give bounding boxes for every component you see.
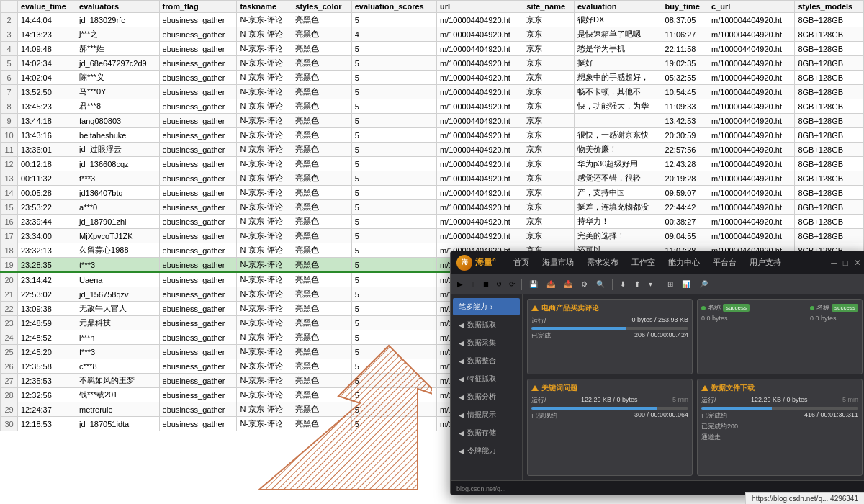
table-row[interactable]: 314:13:23j***之ebusiness_gatherN-京东-评论亮黑色…: [1, 27, 864, 42]
cell-taskname: N-京东-评论: [237, 13, 292, 27]
status-value-right: 0.0 bytes: [810, 315, 858, 322]
table-row[interactable]: 214:44:04jd_183029rfcebusiness_gatherN-京…: [1, 13, 864, 27]
sidebar-item-data-analysis[interactable]: ◀ 数据分析: [453, 388, 520, 405]
cell-evaluators: 久留蒜心1988: [76, 243, 160, 258]
sidebar-item-intel-display[interactable]: ◀ 情报展示: [453, 406, 520, 423]
row-number: 2: [1, 13, 18, 27]
cell-c_url: m/100004404920.ht: [708, 157, 795, 171]
cell-site_name: 京东: [523, 128, 575, 143]
col-header-evaluators: evaluators: [76, 1, 160, 13]
toolbar-btn-chart[interactable]: 📊: [679, 279, 693, 289]
table-row[interactable]: 614:02:04陈***义ebusiness_gatherN-京东-评论亮黑色…: [1, 71, 864, 85]
toolbar-btn-filter[interactable]: 🔍: [593, 279, 608, 289]
card-metric-value-1a: 0 bytes / 253.93 KB: [631, 316, 688, 325]
cell-evalue_time: 00:12:18: [18, 157, 76, 171]
sidebar-item-data-merge[interactable]: ◀ 数据整合: [453, 352, 520, 369]
toolbar-icon-2[interactable]: ⏸: [468, 279, 478, 289]
table-row[interactable]: 913:44:18fang080803ebusiness_gatherN-京东-…: [1, 114, 864, 128]
cell-evalue_time: 22:53:02: [18, 287, 76, 302]
cell-evalue_time: 13:44:18: [18, 114, 76, 128]
card-row-4c: 已完成约200: [701, 422, 858, 431]
sidebar-item-data-store[interactable]: ◀ 数据存储: [453, 424, 520, 441]
table-row[interactable]: 514:02:34jd_68e647297c2d9ebusiness_gathe…: [1, 56, 864, 71]
card-row-4b: 已完成约 416 / 00:01:30.311: [701, 411, 858, 420]
close-icon[interactable]: ✕: [854, 258, 861, 268]
cell-site_name: 京东: [523, 143, 575, 157]
table-row[interactable]: 1300:11:32t***3ebusiness_gatherN-京东-评论亮黑…: [1, 171, 864, 186]
toolbar-btn-settings[interactable]: ⚙: [578, 279, 590, 289]
toolbar-btn-download[interactable]: ⬇: [617, 279, 629, 289]
toolbar-btn-grid[interactable]: ⊞: [665, 279, 676, 289]
row-number: 16: [1, 215, 18, 229]
cell-evaluators: c***8: [76, 359, 160, 374]
table-row[interactable]: 1623:39:44jd_187901zhlebusiness_gatherN-…: [1, 215, 864, 229]
toolbar-icon-4[interactable]: ↺: [494, 279, 504, 289]
table-row[interactable]: 1013:43:16beitaheshukeebusiness_gatherN-…: [1, 128, 864, 143]
cell-taskname: N-京东-评论: [237, 243, 292, 258]
cell-evaluators: jd136407btq: [76, 186, 160, 200]
sidebar-item-data-collect[interactable]: ◀ 数据采集: [453, 334, 520, 351]
card-metric-time-4: 5 min: [842, 396, 858, 405]
nav-market[interactable]: 海量市场: [539, 256, 577, 269]
table-row[interactable]: 1200:12:18jd_136608cqzebusiness_gatherN-…: [1, 157, 864, 171]
cell-evaluation_scores: 5: [351, 229, 436, 243]
table-row[interactable]: 414:09:48郝***姓ebusiness_gatherN-京东-评论亮黑色…: [1, 42, 864, 56]
toolbar-btn-import[interactable]: 📥: [561, 279, 575, 289]
nav-home[interactable]: 首页: [510, 256, 532, 269]
cell-taskname: N-京东-评论: [237, 143, 292, 157]
toolbar-icon-3[interactable]: ⏹: [481, 279, 491, 289]
progress-fill-1: [531, 327, 626, 330]
toolbar-icon-1[interactable]: ▶: [455, 279, 465, 289]
cell-styles_models: 8GB+128GB: [795, 157, 864, 171]
row-number: 6: [1, 71, 18, 85]
cell-styles_color: 亮黑色: [292, 71, 351, 85]
toolbar-btn-search-small[interactable]: 🔎: [696, 279, 711, 289]
card-row-1b: 已完成 206 / 00:00:00.424: [531, 331, 688, 341]
nav-capability[interactable]: 能力中心: [665, 256, 703, 269]
table-row[interactable]: 1723:34:00MjXpvcoTJ1ZKebusiness_gatherN-…: [1, 229, 864, 243]
toolbar-btn-save[interactable]: 💾: [526, 279, 541, 289]
table-row[interactable]: 1523:53:22a***0ebusiness_gatherN-京东-评论亮黑…: [1, 200, 864, 215]
toolbar-btn-export[interactable]: 📤: [544, 279, 558, 289]
sidebar-item-data-scrape[interactable]: ◀ 数据抓取: [453, 316, 520, 333]
card-row-4d: 通道走: [701, 433, 858, 442]
nav-platform[interactable]: 平台台: [710, 256, 739, 269]
cell-from_flag: ebusiness_gather: [159, 272, 237, 287]
cell-url: m/100004404920.ht: [436, 171, 523, 186]
cell-c_url: m/100004404920.ht: [708, 13, 795, 27]
cell-evaluation: 畅不卡顿，其他不: [575, 85, 662, 99]
toolbar-btn-more[interactable]: ▾: [646, 279, 655, 289]
nav-workshop[interactable]: 工作室: [629, 256, 658, 269]
sidebar-item-feature-grab[interactable]: ◀ 特征抓取: [453, 370, 520, 387]
cell-evaluators: jd_187901zhl: [76, 215, 160, 229]
logo-icon: 海: [456, 255, 472, 271]
cell-evaluation_scores: 5: [351, 243, 436, 258]
card-row-3a: 运行/ 122.29 KB / 0 bytes 5 min: [531, 396, 688, 405]
table-row[interactable]: 713:52:50马***0Yebusiness_gatherN-京东-评论亮黑…: [1, 85, 864, 99]
cell-taskname: N-京东-评论: [237, 85, 292, 99]
table-row[interactable]: 813:45:23君***8ebusiness_gatherN-京东-评论亮黑色…: [1, 99, 864, 114]
cell-styles_models: 8GB+128GB: [795, 229, 864, 243]
toolbar-icon-5[interactable]: ⟳: [507, 279, 517, 289]
card-metric-label-3b: 已提现约: [531, 411, 557, 420]
row-number: 19: [1, 258, 18, 273]
cell-from_flag: ebusiness_gather: [159, 359, 237, 374]
table-row[interactable]: 1113:36:01jd_过眼浮云ebusiness_gatherN-京东-评论…: [1, 143, 864, 157]
sidebar-item-token[interactable]: ◀ 令牌能力: [453, 442, 520, 459]
nav-demand[interactable]: 需求发布: [584, 256, 621, 269]
cell-styles_color: 亮黑色: [292, 402, 351, 417]
table-row[interactable]: 1400:05:28jd136407btqebusiness_gatherN-京…: [1, 186, 864, 200]
cell-evaluation: 产，支持中国: [575, 186, 662, 200]
cell-styles_color: 亮黑色: [292, 114, 351, 128]
cell-evaluation_scores: 5: [351, 114, 436, 128]
minimize-icon[interactable]: ─: [831, 258, 837, 268]
card-row-1a: 运行/ 0 bytes / 253.93 KB: [531, 316, 688, 325]
cell-taskname: N-京东-评论: [237, 374, 292, 388]
maximize-icon[interactable]: □: [843, 258, 848, 268]
cell-buy_time: 09:04:55: [662, 229, 708, 243]
sidebar-item-biduo[interactable]: 笔多能力 ›: [453, 298, 520, 315]
cell-styles_color: 亮黑色: [292, 157, 351, 171]
nav-support[interactable]: 用户支持: [747, 256, 784, 269]
col-header-buy-time: buy_time: [662, 1, 708, 13]
toolbar-btn-upload[interactable]: ⬆: [631, 279, 643, 289]
